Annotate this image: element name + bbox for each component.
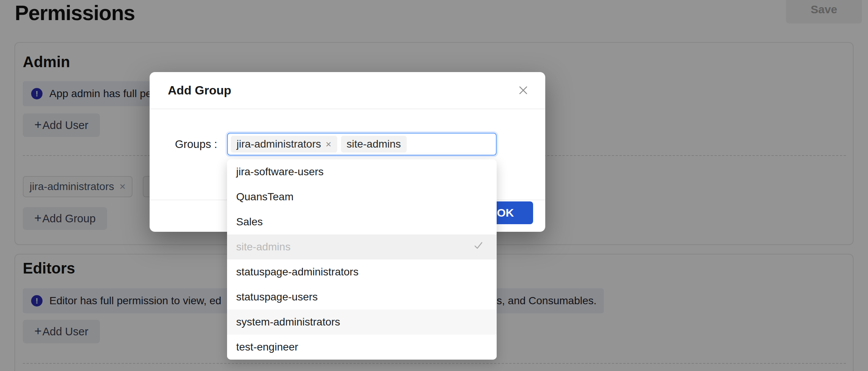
close-icon[interactable] (516, 83, 530, 97)
permissions-page: Permissions Save Admin ! App admin has f… (0, 0, 868, 371)
dropdown-option-selected[interactable]: site-admins (227, 234, 497, 259)
dropdown-option[interactable]: statuspage-administrators (227, 259, 497, 285)
dropdown-option[interactable]: Sales (227, 209, 497, 234)
selected-tag[interactable]: jira-administrators × (231, 136, 337, 152)
option-label: site-admins (236, 241, 290, 253)
modal-title: Add Group (168, 83, 231, 97)
dropdown-option[interactable]: system-administrators (227, 310, 497, 335)
groups-field-label: Groups : (150, 133, 217, 156)
tag-remove-icon[interactable]: × (326, 138, 331, 150)
tag-label: jira-administrators (237, 138, 321, 150)
selected-tag[interactable]: site-admins (341, 136, 407, 152)
dropdown-option[interactable]: jira-software-users (227, 159, 497, 184)
groups-multiselect-input[interactable]: jira-administrators × site-admins (227, 133, 497, 156)
dropdown-option[interactable]: statuspage-users (227, 285, 497, 310)
groups-dropdown-list[interactable]: jira-software-users QuansTeam Sales site… (227, 159, 497, 360)
dropdown-option[interactable]: test-engineer (227, 335, 497, 360)
modal-header-divider (150, 108, 545, 109)
checkmark-icon (473, 241, 484, 254)
dropdown-option[interactable]: QuansTeam (227, 184, 497, 209)
tag-label: site-admins (347, 138, 401, 150)
